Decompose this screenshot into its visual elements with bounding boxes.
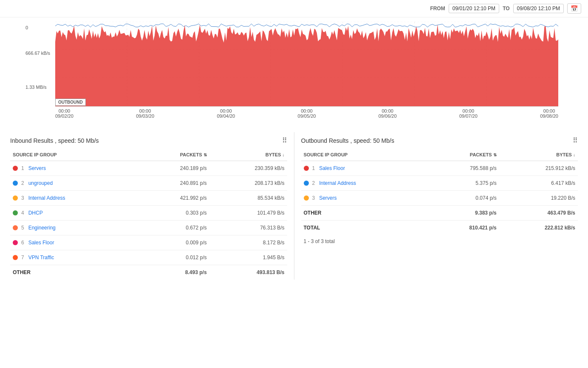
- outbound-row-link[interactable]: Sales Floor: [319, 165, 345, 171]
- inbound-col-packets: PACKETS ⇅: [139, 149, 209, 161]
- from-date[interactable]: 09/01/20 12:10 PM: [449, 4, 499, 13]
- inbound-row-link[interactable]: Engineering: [28, 225, 56, 231]
- inbound-other-row: OTHER 8.493 p/s 493.813 B/s: [10, 265, 287, 280]
- inbound-row-link[interactable]: DHCP: [28, 210, 43, 216]
- outbound-bytes-sort-icon[interactable]: ↓: [573, 153, 575, 157]
- inbound-dot: [13, 166, 18, 171]
- inbound-dot: [13, 255, 18, 260]
- outbound-row-bytes: 6.417 kB/s: [499, 176, 578, 191]
- packets-sort-icon[interactable]: ⇅: [204, 153, 207, 157]
- inbound-col-source: SOURCE IP GROUP: [10, 149, 139, 161]
- inbound-header: Inbound Results , speed: 50 Mb/s ⠿: [10, 132, 287, 149]
- inbound-dot: [13, 195, 18, 201]
- inbound-title: Inbound Results , speed: 50 Mb/s: [10, 137, 99, 144]
- inbound-panel: Inbound Results , speed: 50 Mb/s ⠿ SOURC…: [7, 132, 291, 280]
- inbound-other-bytes: 493.813 B/s: [209, 265, 287, 280]
- inbound-row-bytes: 208.173 kB/s: [209, 176, 287, 191]
- x-tick-4: 00:0009/06/20: [379, 108, 397, 119]
- inbound-other-packets: 8.493 p/s: [139, 265, 209, 280]
- inbound-row-packets: 0.303 p/s: [139, 206, 209, 221]
- chart-area: 0 666.67 kB/s 1.33 MB/s: [0, 17, 588, 132]
- traffic-chart: [55, 22, 558, 107]
- inbound-row-bytes: 230.359 kB/s: [209, 161, 287, 176]
- panel-divider: [294, 132, 294, 280]
- outbound-total-label: TOTAL: [301, 221, 428, 235]
- inbound-row-num: 7: [21, 255, 24, 260]
- outbound-table: SOURCE IP GROUP PACKETS ⇅ BYTES ↓ 1: [301, 149, 578, 235]
- inbound-row-link[interactable]: ungrouped: [28, 180, 53, 186]
- inbound-row-packets: 421.992 p/s: [139, 191, 209, 206]
- x-tick-5: 00:0009/07/20: [459, 108, 478, 119]
- inbound-other-label: OTHER: [10, 265, 139, 280]
- outbound-row-bytes: 215.912 kB/s: [499, 161, 578, 176]
- outbound-table-row: 1 Sales Floor 795.588 p/s 215.912 kB/s: [301, 161, 578, 176]
- inbound-row-num: 2: [21, 180, 24, 186]
- outbound-dot: [304, 181, 309, 186]
- inbound-row-num: 3: [21, 195, 24, 201]
- outbound-row-link[interactable]: Internal Address: [319, 180, 356, 186]
- outbound-badge: OUTBOUND: [55, 99, 86, 106]
- outbound-other-packets: 9.383 p/s: [428, 206, 499, 221]
- svg-marker-10: [55, 24, 558, 106]
- outbound-panel: Outbound Results , speed: 50 Mb/s ⠿ SOUR…: [298, 132, 582, 280]
- outbound-grid-icon[interactable]: ⠿: [573, 136, 578, 144]
- inbound-row-bytes: 8.172 B/s: [209, 235, 287, 250]
- inbound-row-link[interactable]: Internal Address: [28, 195, 65, 201]
- outbound-row-link[interactable]: Servers: [319, 195, 336, 201]
- inbound-dot: [13, 225, 18, 230]
- inbound-grid-icon[interactable]: ⠿: [282, 136, 287, 144]
- inbound-row-name: 7 VPN Traffic: [13, 255, 136, 260]
- outbound-row-bytes: 19.220 B/s: [499, 191, 578, 206]
- inbound-row-name: 5 Engineering: [13, 225, 136, 231]
- inbound-row-packets: 0.672 p/s: [139, 221, 209, 235]
- inbound-row-packets: 240.189 p/s: [139, 161, 209, 176]
- outbound-dot: [304, 195, 309, 201]
- inbound-row-bytes: 76.313 B/s: [209, 221, 287, 235]
- outbound-total-bytes: 222.812 kB/s: [499, 221, 578, 235]
- x-tick-2: 00:0009/04/20: [217, 108, 235, 119]
- x-tick-6: 00:0009/08/20: [540, 108, 558, 119]
- outbound-row-num: 2: [312, 180, 315, 186]
- inbound-row-name: 6 Sales Floor: [13, 240, 136, 246]
- calendar-button[interactable]: 📅: [567, 3, 581, 14]
- outbound-row-packets: 5.375 p/s: [428, 176, 499, 191]
- to-date[interactable]: 09/08/20 12:10 PM: [513, 4, 564, 13]
- outbound-other-label: OTHER: [301, 206, 428, 221]
- outbound-title: Outbound Results , speed: 50 Mb/s: [301, 137, 394, 144]
- x-tick-3: 00:0009/05/20: [298, 108, 316, 119]
- x-tick-0: 00:0009/02/20: [55, 108, 74, 119]
- outbound-total-row: TOTAL 810.421 p/s 222.812 kB/s: [301, 221, 578, 235]
- inbound-row-link[interactable]: VPN Traffic: [28, 255, 54, 260]
- outbound-row-name: 3 Servers: [304, 195, 426, 201]
- y-label-2: 1.33 MB/s: [25, 85, 47, 90]
- inbound-row-num: 1: [21, 165, 24, 171]
- outbound-col-packets: PACKETS ⇅: [428, 149, 499, 161]
- inbound-row-num: 6: [21, 240, 24, 246]
- inbound-row-packets: 0.009 p/s: [139, 235, 209, 250]
- outbound-other-row: OTHER 9.383 p/s 463.479 B/s: [301, 206, 578, 221]
- inbound-row-name: 3 Internal Address: [13, 195, 136, 201]
- y-label-0: 0: [25, 25, 28, 30]
- inbound-row-name: 1 Servers: [13, 165, 136, 171]
- inbound-row-link[interactable]: Sales Floor: [28, 240, 54, 246]
- to-label: TO: [503, 6, 509, 11]
- outbound-header: Outbound Results , speed: 50 Mb/s ⠿: [301, 132, 578, 149]
- inbound-row-packets: 240.891 p/s: [139, 176, 209, 191]
- inbound-row-link[interactable]: Servers: [28, 165, 46, 171]
- inbound-dot: [13, 181, 18, 186]
- inbound-table-row: 4 DHCP 0.303 p/s 101.479 B/s: [10, 206, 287, 221]
- outbound-dot: [304, 166, 309, 171]
- inbound-dot: [13, 240, 18, 245]
- top-bar: FROM 09/01/20 12:10 PM TO 09/08/20 12:10…: [0, 0, 588, 17]
- inbound-row-bytes: 101.479 B/s: [209, 206, 287, 221]
- inbound-table: SOURCE IP GROUP PACKETS ⇅ BYTES ↓ 1: [10, 149, 287, 280]
- inbound-table-row: 7 VPN Traffic 0.012 p/s 1.945 B/s: [10, 250, 287, 265]
- outbound-row-name: 2 Internal Address: [304, 180, 426, 186]
- outbound-total-packets: 810.421 p/s: [428, 221, 499, 235]
- inbound-row-name: 2 ungrouped: [13, 180, 136, 186]
- outbound-packets-sort-icon[interactable]: ⇅: [493, 153, 497, 157]
- inbound-row-name: 4 DHCP: [13, 210, 136, 216]
- inbound-table-row: 2 ungrouped 240.891 p/s 208.173 kB/s: [10, 176, 287, 191]
- results-section: Inbound Results , speed: 50 Mb/s ⠿ SOURC…: [0, 132, 588, 280]
- bytes-sort-icon[interactable]: ↓: [283, 153, 285, 157]
